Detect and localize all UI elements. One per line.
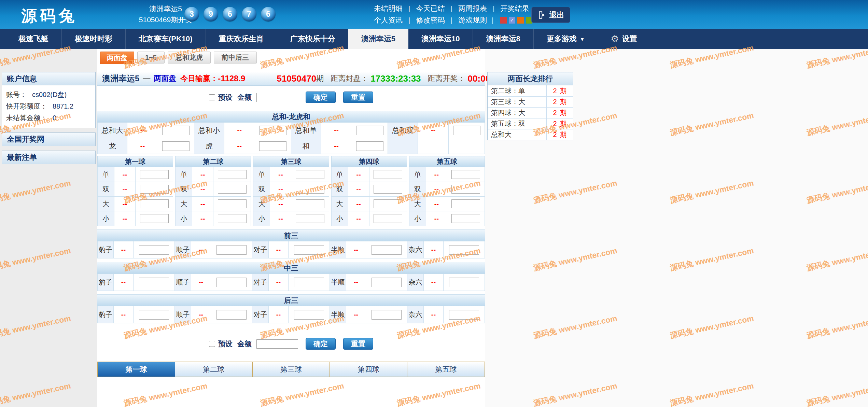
bet-amount-input[interactable]: [294, 245, 324, 255]
bet-amount-input[interactable]: [449, 310, 479, 320]
bet-option-label: 大: [409, 197, 426, 211]
bet-option-label: 单: [331, 167, 348, 182]
bet-amount-input[interactable]: [216, 310, 247, 320]
bet-amount-input[interactable]: [449, 245, 479, 255]
bet-amount-input[interactable]: [162, 141, 190, 151]
nav-item-jisu-shishicai[interactable]: 极速时时彩: [62, 29, 126, 49]
nav-item-beijing-pk10[interactable]: 北京赛车(PK10): [126, 29, 206, 49]
reset-button-bottom[interactable]: 重置: [343, 338, 373, 350]
streak-count-number: 2: [553, 87, 557, 95]
bet-amount-input[interactable]: [139, 310, 169, 320]
nav-item-azxy10[interactable]: 澳洲幸运10: [408, 29, 473, 49]
tab-ball-4[interactable]: 第四球: [330, 362, 407, 377]
bet-amount-input[interactable]: [140, 199, 169, 208]
bet-amount-input[interactable]: [259, 126, 286, 135]
bet-odds: --: [270, 197, 291, 211]
top-link[interactable]: 两周报表: [445, 4, 487, 13]
bet-amount-input[interactable]: [218, 214, 247, 223]
nav-item-cq-huanle-shengxiao[interactable]: 重庆欢乐生肖: [206, 29, 277, 49]
nav-item-more-games[interactable]: 更多游戏 ▼: [534, 29, 598, 49]
top-link[interactable]: 开奖结果: [487, 4, 529, 13]
reset-button[interactable]: 重置: [343, 92, 373, 103]
tab-ball-2[interactable]: 第二球: [175, 362, 252, 377]
bet-amount-input[interactable]: [374, 214, 402, 223]
top-link[interactable]: 未结明细: [374, 4, 403, 13]
preset-amount-input-bottom[interactable]: [256, 339, 298, 349]
bet-amount-input[interactable]: [296, 214, 324, 223]
tab-ball-1[interactable]: 第一球: [98, 362, 175, 377]
status-square-toggle[interactable]: [500, 17, 507, 24]
bet-amount-input[interactable]: [218, 185, 247, 194]
bet-amount-input[interactable]: [374, 170, 402, 179]
bet-amount-input[interactable]: [140, 214, 169, 223]
preset-checkbox[interactable]: [209, 94, 215, 100]
bet-amount-input[interactable]: [140, 185, 169, 194]
bet-amount-input[interactable]: [218, 170, 247, 179]
watermark-text: 源码兔 www.ymter.com: [669, 380, 755, 407]
streak-panel-title: 两面长龙排行: [488, 72, 573, 85]
logout-button[interactable]: 退出: [531, 7, 570, 23]
nav-item-azxy5[interactable]: 澳洲幸运5: [348, 29, 408, 49]
bet-cell-group: 总和单 --: [291, 123, 388, 138]
bet-amount-input[interactable]: [451, 199, 480, 208]
bet-amount-input[interactable]: [453, 126, 480, 135]
bet-amount-input[interactable]: [449, 278, 479, 287]
bet-amount-input[interactable]: [372, 310, 402, 320]
tab-ball-5[interactable]: 第五球: [407, 362, 485, 377]
bet-amount-input[interactable]: [296, 185, 324, 194]
top-link[interactable]: 修改密码: [403, 15, 445, 25]
ball-column: 第五球 单 -- 双 --: [409, 156, 485, 226]
sidebar-item-national-draws[interactable]: 全国开奖网: [2, 133, 95, 146]
bet-amount-input[interactable]: [374, 199, 402, 208]
nav-item-jisu-feiting[interactable]: 极速飞艇: [5, 29, 62, 49]
bet-option-label: 小: [253, 211, 270, 226]
top-link[interactable]: 个人资讯: [374, 15, 403, 25]
bet-amount-input[interactable]: [294, 278, 324, 287]
nav-item-settings[interactable]: ⚙ 设置: [598, 29, 650, 49]
bet-input-cell: [369, 211, 407, 226]
bet-amount-input[interactable]: [139, 278, 169, 287]
bet-amount-input[interactable]: [372, 278, 402, 287]
bet-row: 双 --: [409, 182, 485, 197]
account-row: 未结算金额： 0: [6, 112, 91, 124]
tab-sum-dragon-tiger[interactable]: 总和龙虎: [168, 52, 211, 64]
bet-amount-input[interactable]: [372, 245, 402, 255]
bet-amount-input[interactable]: [356, 126, 383, 135]
bet-amount-input[interactable]: [356, 141, 383, 151]
tab-front-mid-back[interactable]: 前中后三: [214, 52, 257, 64]
tab-two-sides[interactable]: 两面盘: [100, 52, 134, 64]
tab-ball-3[interactable]: 第三球: [252, 362, 330, 377]
bet-option-label: 对子: [252, 241, 269, 258]
bet-amount-input[interactable]: [216, 278, 247, 287]
bet-amount-input[interactable]: [296, 170, 324, 179]
bet-amount-input[interactable]: [139, 245, 169, 255]
bet-amount-input[interactable]: [451, 185, 480, 194]
bet-amount-input[interactable]: [294, 310, 324, 320]
sidebar-item-latest-bets[interactable]: 最新注单: [2, 151, 95, 164]
confirm-button-bottom[interactable]: 确定: [306, 338, 336, 350]
bet-amount-input[interactable]: [259, 141, 286, 151]
bet-amount-input[interactable]: [451, 170, 480, 179]
top-link[interactable]: 今天已结: [403, 4, 445, 13]
nav-item-azxy8[interactable]: 澳洲幸运8: [473, 29, 533, 49]
bet-amount-input[interactable]: [140, 170, 169, 179]
nav-item-gd-kuaile-shifen[interactable]: 广东快乐十分: [277, 29, 348, 49]
tab-1-to-5[interactable]: 1~5: [137, 52, 165, 64]
confirm-button[interactable]: 确定: [306, 92, 336, 103]
preset-checkbox-bottom[interactable]: [209, 341, 215, 347]
status-square-toggle[interactable]: [517, 17, 524, 24]
bet-cell-group: 虎 --: [194, 138, 291, 154]
status-square-toggle[interactable]: ✓: [509, 17, 515, 24]
preset-amount-input[interactable]: [256, 93, 298, 102]
bet-amount-input[interactable]: [216, 245, 247, 255]
bet-amount-input[interactable]: [218, 199, 247, 208]
bet-amount-input[interactable]: [374, 185, 402, 194]
top-link[interactable]: 游戏规则: [445, 15, 487, 25]
sum-row-1: 总和大 -- 总和小 -- 总和单 --: [97, 123, 485, 138]
bet-amount-input[interactable]: [296, 199, 324, 208]
bet-input-cell: [444, 306, 485, 323]
bet-amount-input[interactable]: [451, 214, 480, 223]
bet-cell-group: 顺子 --: [175, 306, 252, 323]
bet-input-cell: [289, 241, 330, 258]
bet-amount-input[interactable]: [162, 126, 190, 135]
